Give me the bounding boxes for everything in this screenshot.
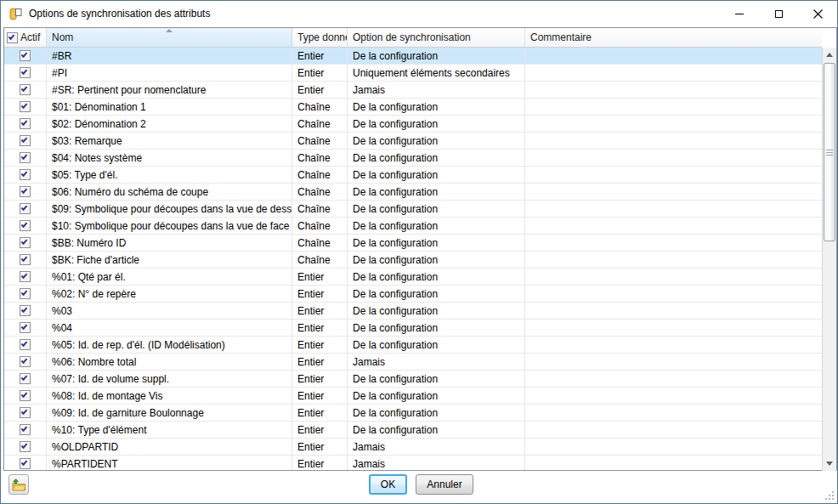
table-row[interactable]: %03EntierDe la configuration [4, 303, 822, 320]
table-row[interactable]: #PIEntierUniquement éléments secondaires [4, 65, 822, 82]
checkmark-icon [21, 340, 28, 347]
cell-option: Uniquement éléments secondaires [348, 65, 525, 81]
row-checkbox[interactable] [20, 135, 31, 146]
column-label-type: Type données [297, 31, 348, 43]
row-checkbox[interactable] [20, 441, 31, 452]
table-row[interactable]: %OLDPARTIDEntierJamais [4, 439, 822, 456]
dialog-window: Options de synchronisation des attributs… [0, 0, 838, 504]
table-row[interactable]: %07: Id. de volume suppl.EntierDe la con… [4, 371, 822, 388]
column-header-nom[interactable]: Nom [47, 28, 292, 47]
cell-commentaire [525, 65, 822, 81]
attributes-table: Actif Nom Type données Option de synchro… [3, 27, 837, 471]
table-row[interactable]: #BREntierDe la configuration [4, 48, 822, 65]
cell-nom: %06: Nombre total [47, 354, 292, 370]
table-row[interactable]: %08: Id. de montage VisEntierDe la confi… [4, 388, 822, 405]
cell-type: Chaîne [292, 235, 348, 251]
cell-actif [4, 133, 47, 149]
row-checkbox[interactable] [20, 424, 31, 435]
table-row[interactable]: $10: Symbolique pour découpes dans la vu… [4, 218, 822, 235]
table-row[interactable]: $04: Notes systèmeChaîneDe la configurat… [4, 150, 822, 167]
table-row[interactable]: $09: Symbolique pour découpes dans la vu… [4, 201, 822, 218]
table-row[interactable]: $05: Type d'él.ChaîneDe la configuration [4, 167, 822, 184]
cell-type: Entier [292, 48, 348, 64]
row-checkbox[interactable] [20, 271, 31, 282]
cell-option: De la configuration [348, 235, 525, 251]
cell-type: Entier [292, 337, 348, 353]
open-folder-button[interactable] [8, 474, 29, 495]
ok-button[interactable]: OK [369, 474, 407, 495]
table-row[interactable]: %04EntierDe la configuration [4, 320, 822, 337]
row-checkbox[interactable] [20, 237, 31, 248]
cell-actif [4, 48, 47, 64]
minimize-button[interactable] [720, 1, 759, 26]
row-checkbox[interactable] [20, 339, 31, 350]
row-checkbox[interactable] [20, 288, 31, 299]
table-row[interactable]: %10: Type d'élémentEntierDe la configura… [4, 422, 822, 439]
row-checkbox[interactable] [20, 67, 31, 78]
cell-nom: %02: N° de repère [47, 286, 292, 302]
row-checkbox[interactable] [20, 458, 31, 469]
vertical-scrollbar[interactable] [822, 48, 836, 471]
row-checkbox[interactable] [20, 169, 31, 180]
row-checkbox[interactable] [20, 356, 31, 367]
cell-actif [4, 167, 47, 183]
row-checkbox[interactable] [20, 203, 31, 214]
app-icon [8, 7, 23, 21]
table-row[interactable]: $BK: Fiche d'articleChaîneDe la configur… [4, 252, 822, 269]
table-row[interactable]: $BB: Numéro IDChaîneDe la configuration [4, 235, 822, 252]
header-checkbox[interactable] [7, 32, 18, 43]
row-checkbox[interactable] [20, 305, 31, 316]
row-checkbox[interactable] [20, 373, 31, 384]
scroll-up-button[interactable] [823, 48, 836, 62]
table-row[interactable]: %06: Nombre totalEntierJamais [4, 354, 822, 371]
caption-buttons [720, 1, 837, 26]
table-row[interactable]: %02: N° de repèreEntierDe la configurati… [4, 286, 822, 303]
column-header-commentaire[interactable]: Commentaire [525, 28, 822, 47]
table-row[interactable]: %09: Id. de garniture BoulonnageEntierDe… [4, 405, 822, 422]
resize-grip[interactable] [824, 490, 835, 501]
checkmark-icon [21, 357, 28, 364]
row-checkbox[interactable] [20, 220, 31, 231]
table-row[interactable]: $01: Dénomination 1ChaîneDe la configura… [4, 99, 822, 116]
scroll-down-button[interactable] [823, 456, 836, 471]
cell-commentaire [525, 167, 822, 183]
table-row[interactable]: $02: Dénomination 2ChaîneDe la configura… [4, 116, 822, 133]
cell-commentaire [525, 48, 822, 64]
table-row[interactable]: %05: Id. de rep. d'él. (ID Modélisation)… [4, 337, 822, 354]
row-checkbox[interactable] [20, 407, 31, 418]
table-row[interactable]: $06: Numéro du schéma de coupeChaîneDe l… [4, 184, 822, 201]
cell-actif [4, 269, 47, 285]
row-checkbox[interactable] [20, 118, 31, 129]
cell-nom: %PARTIDENT [47, 456, 292, 470]
cell-actif [4, 354, 47, 370]
scrollbar-thumb[interactable] [824, 63, 835, 241]
column-header-option[interactable]: Option de synchronisation [348, 28, 525, 47]
table-row[interactable]: %PARTIDENTEntierJamais [4, 456, 822, 470]
close-button[interactable] [798, 1, 837, 26]
table-row[interactable]: $03: RemarqueChaîneDe la configuration [4, 133, 822, 150]
checkmark-icon [21, 272, 28, 279]
cell-actif [4, 456, 47, 470]
row-checkbox[interactable] [20, 322, 31, 333]
maximize-button[interactable] [759, 1, 798, 26]
table-row[interactable]: %01: Qté par él.EntierDe la configuratio… [4, 269, 822, 286]
table-row[interactable]: #SR: Pertinent pour nomenclatureEntierJa… [4, 82, 822, 99]
checkmark-icon [21, 153, 28, 160]
row-checkbox[interactable] [20, 101, 31, 112]
cell-commentaire [525, 218, 822, 234]
row-checkbox[interactable] [20, 152, 31, 163]
checkmark-icon [21, 119, 28, 126]
cell-commentaire [525, 82, 822, 98]
row-checkbox[interactable] [20, 50, 31, 61]
row-checkbox[interactable] [20, 84, 31, 95]
cell-commentaire [525, 337, 822, 353]
row-checkbox[interactable] [20, 254, 31, 265]
row-checkbox[interactable] [20, 186, 31, 197]
cell-nom: $09: Symbolique pour découpes dans la vu… [47, 201, 292, 217]
row-checkbox[interactable] [20, 390, 31, 401]
column-header-type[interactable]: Type données [292, 28, 348, 47]
cell-commentaire [525, 99, 822, 115]
column-header-actif[interactable]: Actif [4, 28, 47, 47]
cancel-button[interactable]: Annuler [416, 474, 473, 495]
cell-nom: $BK: Fiche d'article [47, 252, 292, 268]
